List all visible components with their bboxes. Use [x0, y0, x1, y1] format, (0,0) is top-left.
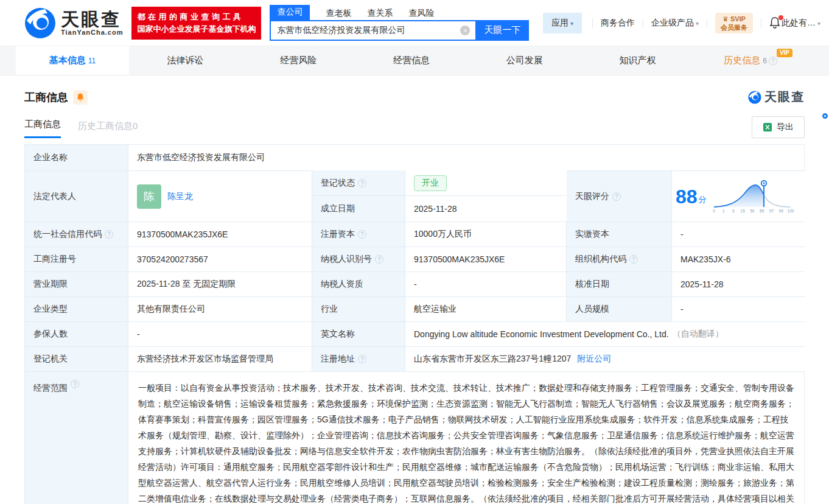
tab-intellectual-property[interactable]: 知识产权: [581, 46, 694, 75]
score-number: 88: [676, 187, 698, 206]
tab-history-info[interactable]: 历史信息 6 ? VIP: [694, 46, 807, 75]
address-text: 山东省东营市开发区东三路237号1幢1207: [414, 354, 571, 365]
label-tianyan-score: 天眼评分 ?: [567, 170, 672, 222]
watermark-logo: 天眼查: [748, 89, 805, 105]
svip-label: SVIP: [730, 15, 746, 23]
value-credit-code: 91370500MAK235JX6E: [128, 222, 312, 247]
divider: [761, 19, 761, 27]
help-icon[interactable]: ?: [358, 230, 366, 239]
value-tianyan-score[interactable]: 88 分 0: [672, 170, 805, 222]
apps-label: 应用: [551, 18, 568, 27]
table-row: 企业名称 东营市低空经济投资发展有限公司: [25, 145, 804, 170]
svg-text:85: 85: [760, 209, 764, 213]
label-reg-authority: 登记机关: [25, 346, 128, 371]
table-row: 统一社会信用代码? 91370500MAK235JX6E 注册资本? 10000…: [25, 222, 804, 247]
tab-label: 历史信息: [724, 55, 760, 66]
value-reg-authority: 东营经济技术开发区市场监督管理局: [128, 346, 312, 371]
label-industry: 行业: [312, 296, 405, 321]
slogan-line1: 都在用的商业查询工具: [137, 11, 256, 23]
help-icon[interactable]: ?: [375, 255, 383, 264]
tab-basic-info[interactable]: 基本信息 11: [16, 46, 129, 75]
caret-down-icon: ▾: [570, 20, 573, 27]
link-business-cooperation[interactable]: 商务合作: [601, 18, 635, 29]
help-icon[interactable]: ?: [358, 355, 366, 363]
help-icon[interactable]: ?: [358, 179, 366, 187]
label-legal-rep: 法定代表人: [25, 170, 128, 222]
apps-dropdown[interactable]: 应用▾: [543, 13, 582, 33]
slogan-line2: 国家中小企业发展子基金旗下机构: [137, 23, 256, 35]
svg-text:50: 50: [750, 209, 755, 213]
value-taxpayer-qual: -: [405, 271, 567, 296]
excel-icon: [763, 122, 772, 132]
avatar[interactable]: 陈: [137, 184, 161, 209]
tab-legal-proceedings[interactable]: 法律诉讼: [129, 46, 242, 75]
notification-bell-icon[interactable]: [769, 16, 782, 30]
subscribe-bell-icon[interactable]: [73, 90, 88, 105]
export-button[interactable]: 导出: [752, 116, 805, 138]
divider: [643, 19, 643, 27]
search-input[interactable]: [270, 20, 475, 41]
search-tab-risk[interactable]: 查风险: [408, 8, 434, 20]
tab-label: 经营信息: [393, 55, 430, 66]
label-text: 纳税人识别号: [321, 254, 372, 265]
legal-rep-link[interactable]: 陈呈龙: [167, 191, 193, 202]
search-button[interactable]: 天眼一下: [475, 20, 529, 41]
tianyancha-logo[interactable]: 天眼查 TianYanCha.com: [24, 7, 123, 39]
help-icon[interactable]: ?: [629, 255, 638, 264]
tab-label: 知识产权: [619, 55, 656, 66]
label-company-type: 企业类型: [25, 296, 128, 321]
label-business-scope: 经营范围?: [25, 371, 128, 504]
status-date-grid: 登记状态 ? 开业 成立日期 2025-11-28: [312, 170, 567, 222]
label-reg-capital: 注册资本?: [312, 222, 405, 247]
value-company-type: 其他有限责任公司: [128, 296, 312, 321]
help-icon[interactable]: ?: [769, 57, 777, 65]
value-legal-rep: 陈 陈呈龙: [128, 170, 312, 222]
label-english-name: 英文名称: [312, 321, 405, 346]
link-enterprise-products[interactable]: 企业级产品▾: [651, 18, 699, 29]
label-text: 登记状态: [321, 178, 355, 189]
value-reg-capital: 10000万人民币: [405, 222, 567, 247]
nearby-companies-link[interactable]: 附近公司: [577, 354, 611, 365]
svg-text:1: 1: [722, 209, 724, 213]
svg-text:97: 97: [769, 209, 774, 213]
caret-down-icon: ▾: [696, 20, 699, 27]
label-company-name: 企业名称: [25, 145, 128, 170]
svip-member-badge[interactable]: ♛ SVIP 会员服务: [715, 13, 753, 33]
side-widget-ring[interactable]: [822, 113, 828, 119]
brand-domain: TianYanCha.com: [61, 29, 123, 36]
svg-text:3: 3: [732, 209, 734, 213]
label-insured-count: 参保人数: [25, 321, 128, 346]
table-row: 企业类型 其他有限责任公司 行业 航空运输业 人员规模 -: [25, 296, 804, 321]
watermark-text: 天眼查: [764, 89, 805, 105]
search-tab-boss[interactable]: 查老板: [326, 8, 351, 20]
slogan-banner: 都在用的商业查询工具 国家中小企业发展子基金旗下机构: [131, 7, 261, 40]
search-tab-relation[interactable]: 查关系: [367, 8, 393, 20]
help-icon[interactable]: ?: [105, 230, 113, 239]
help-icon[interactable]: ?: [71, 380, 79, 388]
value-reg-address: 山东省东营市开发区东三路237号1幢1207 附近公司: [405, 346, 805, 371]
tab-operating-info[interactable]: 经营信息: [355, 46, 468, 75]
table-row: 营业期限 2025-11-28 至 无固定期限 纳税人资质 - 核准日期 202…: [25, 271, 804, 296]
label-biz-term: 营业期限: [25, 271, 128, 296]
tab-operating-risk[interactable]: 经营风险: [242, 46, 355, 75]
score-distribution-chart: 0 1 3 15 50 85 97 99 100: [709, 179, 794, 214]
top-header: 天眼查 TianYanCha.com 都在用的商业查询工具 国家中小企业发展子基…: [0, 0, 829, 46]
table-row: 法定代表人 陈 陈呈龙 登记状态 ? 开业 成立日期 2025-11-28 天眼…: [25, 170, 804, 222]
value-taxpayer-id: 91370500MAK235JX6E: [405, 247, 567, 271]
user-menu[interactable]: 此处有…▾: [782, 18, 820, 29]
table-row: 参保人数 - 英文名称 Dongying Low altitude Econom…: [25, 321, 804, 346]
subtab-history-business-info[interactable]: 历史工商信息0: [78, 121, 138, 138]
clear-icon[interactable]: ×: [460, 26, 470, 35]
english-name-text: Dongying Low altitude Economic Investmen…: [414, 329, 669, 339]
subtab-business-info[interactable]: 工商信息: [24, 119, 61, 138]
svg-text:100: 100: [787, 209, 794, 213]
search-tab-company[interactable]: 查公司: [270, 5, 310, 20]
value-paid-capital: -: [672, 222, 805, 247]
member-service-label: 会员服务: [721, 24, 747, 31]
tab-label: 基本信息: [49, 55, 86, 66]
label-reg-status: 登记状态 ?: [312, 170, 405, 196]
svg-text:0: 0: [713, 209, 715, 213]
tab-company-development[interactable]: 公司发展: [468, 46, 581, 75]
help-icon[interactable]: ?: [612, 192, 621, 201]
tab-label: 法律诉讼: [167, 55, 204, 66]
